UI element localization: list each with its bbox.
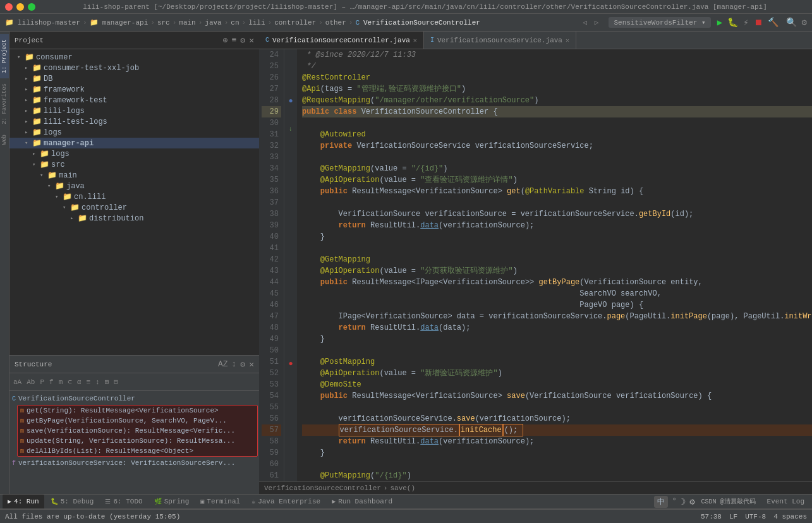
bottom-tab-eventlog[interactable]: Event Log	[762, 495, 809, 508]
bottom-tab-rundashboard[interactable]: ▶ Run Dashboard	[327, 495, 397, 508]
sensitive-words-filter[interactable]: SensitiveWordsFilter ▾	[609, 17, 710, 28]
bottom-tab-spring[interactable]: 🌿 Spring	[149, 495, 195, 508]
navigate-back[interactable]: ◁	[583, 18, 587, 27]
tree-consumer-xxl[interactable]: ▸ 📁 consumer-test-xxl-job	[9, 63, 259, 73]
tree-java[interactable]: ▾ 📁 java	[9, 181, 259, 191]
settings-icon[interactable]: ⚙	[240, 35, 245, 45]
status-position[interactable]: 57:38	[701, 513, 722, 520]
debug-button[interactable]: 🐛	[727, 17, 738, 28]
close-panel-icon[interactable]: ✕	[249, 35, 254, 45]
settings-wheel-icon[interactable]: ⚙	[689, 496, 694, 507]
bottom-tab-javaenterprise[interactable]: ☕ Java Enterprise	[246, 495, 325, 508]
bc-classname[interactable]: VerificationSourceController	[363, 19, 480, 27]
method-icon: m	[20, 438, 24, 445]
bc-main[interactable]: main	[179, 19, 195, 27]
alpha-icon[interactable]: α	[76, 377, 83, 387]
abstract-icon[interactable]: Ab	[25, 377, 36, 387]
bottom-tab-run[interactable]: ▶ 4: Run	[3, 495, 44, 508]
group-icon[interactable]: ≡	[85, 377, 92, 387]
bc-cn[interactable]: cn	[231, 19, 239, 27]
coverage-button[interactable]: ⚡	[743, 17, 748, 28]
tree-main[interactable]: ▾ 📁 main	[9, 170, 259, 181]
tree-framework-test[interactable]: ▸ 📁 framework-test	[9, 95, 259, 105]
struct-save[interactable]: m save(VerificationSource): ResultMessag…	[18, 426, 257, 436]
tree-framework[interactable]: ▸ 📁 framework	[9, 84, 259, 95]
bc-java[interactable]: java	[205, 19, 221, 27]
code-line-51: @PostMapping	[302, 356, 812, 368]
struct-close-icon[interactable]: ✕	[249, 359, 254, 370]
tab-class-icon: C	[265, 37, 269, 44]
tree-controller[interactable]: ▾ 📁 controller	[9, 202, 259, 213]
collapse-icon[interactable]: ⊟	[112, 376, 119, 387]
left-side-panel: 1: Project 2: Favorites Web	[0, 32, 9, 494]
field-icon[interactable]: f	[48, 377, 55, 387]
inner-icon[interactable]: ⊂	[66, 376, 73, 387]
tab-close-2[interactable]: ✕	[566, 37, 569, 44]
tree-manager-api[interactable]: ▾ 📁 manager-api	[9, 138, 259, 148]
bottom-tabs: ▶ 4: Run 🐛 5: Debug ☰ 6: TODO 🌿 Spring ▣…	[0, 494, 812, 509]
build-button[interactable]: 🔨	[768, 17, 779, 28]
struct-delallbyids[interactable]: m delAllByIds(List): ResultMessage<Objec…	[18, 446, 257, 456]
code-line-37	[302, 197, 812, 208]
scope-icon[interactable]: ⊕	[223, 35, 228, 45]
settings-icon[interactable]: ⚙	[802, 17, 807, 28]
bc-lili[interactable]: lili	[248, 19, 265, 27]
layout-icon[interactable]: ≡	[232, 35, 237, 45]
bottom-tab-terminal[interactable]: ▣ Terminal	[195, 495, 245, 508]
status-crlf[interactable]: LF	[729, 513, 737, 520]
tree-distribution[interactable]: ▸ 📁 distribution	[9, 213, 259, 224]
struct-root[interactable]: C VerificationSourceController	[9, 394, 259, 404]
sort-icon[interactable]: ↕	[232, 359, 237, 370]
tree-db[interactable]: ▸ 📁 DB	[9, 73, 259, 84]
bottom-tab-debug[interactable]: 🐛 5: Debug	[45, 495, 99, 508]
expand-icon[interactable]: ⊞	[104, 376, 111, 387]
bc-lilishop[interactable]: lilishop-master	[18, 19, 80, 27]
maximize-button[interactable]	[28, 3, 35, 11]
search-button[interactable]: 🔍	[786, 17, 797, 28]
tab-project[interactable]: 1: Project	[0, 34, 9, 78]
sort-az-icon[interactable]: AZ	[218, 359, 228, 370]
ime-button[interactable]: 中	[654, 496, 668, 508]
code-line-49: }	[302, 334, 812, 345]
tab-label: VerificationSourceService.java	[437, 37, 562, 44]
method-icon[interactable]: m	[58, 377, 64, 387]
bc-src[interactable]: src	[157, 19, 170, 27]
code-content[interactable]: * @since 2020/12/7 11:33 */ @RestControl…	[297, 49, 812, 481]
tree-manager-logs[interactable]: ▸ 📁 logs	[9, 148, 259, 159]
terminal-icon: ▣	[200, 498, 204, 505]
bc-controller[interactable]: controller	[274, 19, 316, 27]
tree-lili-test-logs[interactable]: ▸ 📁 lili-test-logs	[9, 116, 259, 127]
tab-web[interactable]: Web	[0, 129, 9, 150]
moon-icon[interactable]: ☽	[681, 496, 686, 507]
status-indent[interactable]: 4 spaces	[773, 513, 807, 520]
minimize-button[interactable]	[16, 3, 24, 11]
tree-consumer[interactable]: ▾ 📁 consumer	[9, 52, 259, 63]
tab-close-1[interactable]: ✕	[413, 37, 417, 44]
tab-service[interactable]: I VerificationSourceService.java ✕	[424, 32, 576, 49]
bc-manager[interactable]: manager-api	[102, 19, 148, 27]
stop-button[interactable]: ⏹	[754, 18, 763, 28]
struct-settings-icon[interactable]: ⚙	[240, 359, 245, 370]
struct-update[interactable]: m update(String, VerificationSource): Re…	[18, 436, 257, 446]
close-button[interactable]	[5, 3, 13, 11]
tree-cnlili[interactable]: ▾ 📁 cn.lili	[9, 191, 259, 202]
bottom-tab-todo[interactable]: ☰ 6: TODO	[100, 495, 147, 508]
public-icon[interactable]: P	[39, 377, 45, 387]
bc-other[interactable]: other	[325, 19, 346, 27]
tab-controller[interactable]: C VerificationSourceController.java ✕	[259, 32, 424, 49]
struct-field[interactable]: f verificationSourceService: Verificatio…	[9, 458, 259, 468]
struct-getbypage[interactable]: m getByPage(VerificationSource, SearchVO…	[18, 416, 257, 426]
tab-favorites[interactable]: 2: Favorites	[0, 78, 9, 129]
tree-lili-logs[interactable]: ▸ 📁 lili-logs	[9, 105, 259, 116]
navigate-forward[interactable]: ▷	[595, 18, 599, 27]
struct-get[interactable]: m get(String): ResultMessage<Verificatio…	[18, 406, 257, 416]
code-line-27: @Api(tags = "管理端,验证码资源维护接口")	[302, 83, 812, 95]
tree-src[interactable]: ▾ 📁 src	[9, 159, 259, 170]
project-panel-header: Project ⊕ ≡ ⚙ ✕	[9, 32, 259, 49]
status-encoding[interactable]: UTF-8	[745, 513, 766, 520]
tree-logs[interactable]: ▸ 📁 logs	[9, 127, 259, 138]
code-editor[interactable]: 24 25 26 27 28 29 30 31 32 33 34 35 36 3…	[259, 49, 812, 481]
run-button[interactable]: ▶	[717, 17, 722, 28]
sort2-icon[interactable]: ↕	[94, 377, 101, 387]
anon-icon[interactable]: aA	[12, 377, 23, 387]
